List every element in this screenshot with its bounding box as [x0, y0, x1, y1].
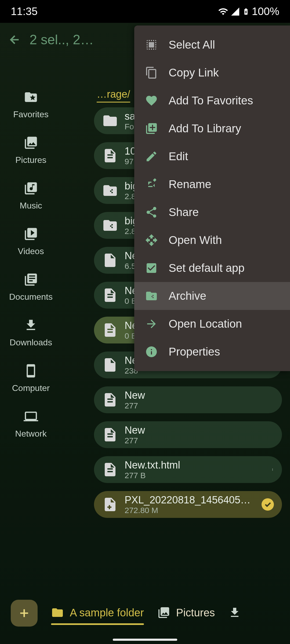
wifi-icon [218, 6, 228, 17]
menu-item-copy-link[interactable]: Copy Link [134, 59, 290, 87]
bottom-bar: A sample folder Pictures [0, 596, 290, 631]
download-icon [24, 318, 38, 334]
status-bar: 11:35 100% [0, 0, 290, 23]
file-name: PXL_20220818_145640540.m… [125, 494, 255, 506]
menu-item-label: Properties [169, 345, 220, 358]
file-item[interactable]: New.txt.html277 B [94, 456, 282, 483]
svg-point-0 [272, 469, 273, 469]
file-name: New [125, 390, 274, 401]
bottom-tab-label: Pictures [176, 607, 215, 619]
sidebar-item-label: Computer [12, 383, 50, 393]
menu-item-set-default[interactable]: Set default app [134, 254, 290, 282]
sidebar-item-label: Documents [9, 292, 53, 302]
file-item[interactable]: New277 [94, 421, 282, 448]
share-icon [145, 206, 158, 219]
menu-item-label: Open With [169, 234, 222, 247]
menu-item-label: Open Location [169, 317, 242, 330]
file-size: 277 B [125, 471, 265, 480]
sidebar-item-music[interactable]: Music [0, 181, 62, 211]
archive-folder-icon [102, 182, 118, 199]
file-name: New [125, 425, 274, 436]
menu-item-label: Add To Library [169, 122, 241, 135]
menu-item-label: Copy Link [169, 66, 219, 79]
archive-icon [145, 290, 158, 302]
menu-item-label: Add To Favorites [169, 94, 253, 107]
menu-item-edit[interactable]: Edit [134, 142, 290, 170]
file-size: 277 [125, 436, 274, 445]
svg-point-2 [272, 470, 273, 471]
menu-item-label: Select All [169, 38, 215, 51]
file-size: 272.80 M [125, 506, 255, 515]
videos-icon [24, 227, 38, 242]
sidebar-item-documents[interactable]: Documents [0, 272, 62, 302]
menu-item-share[interactable]: Share [134, 198, 290, 226]
sidebar-item-label: Videos [18, 246, 44, 256]
file-size: 277 [125, 401, 274, 410]
menu-item-open-with[interactable]: Open With [134, 226, 290, 254]
folder-icon [51, 606, 64, 619]
arrow-right-icon [145, 317, 158, 330]
menu-item-select-all[interactable]: Select All [134, 31, 290, 59]
menu-item-rename[interactable]: Rename [134, 170, 290, 198]
breadcrumb[interactable]: …rage/ [97, 89, 130, 103]
sidebar-item-network[interactable]: Network [0, 409, 62, 439]
document-icon [102, 462, 118, 478]
menu-item-open-location[interactable]: Open Location [134, 310, 290, 338]
heart-icon [145, 94, 158, 107]
edit-icon [145, 150, 158, 163]
bottom-tab-folder[interactable]: A sample folder [51, 606, 144, 620]
file-item[interactable]: New277 [94, 386, 282, 413]
sidebar-item-label: Music [20, 201, 42, 211]
checkbox-icon [145, 262, 158, 275]
file-item[interactable]: PXL_20220818_145640540.m…272.80 M [94, 491, 282, 518]
info-icon [145, 345, 158, 358]
menu-item-label: Set default app [169, 262, 245, 275]
svg-point-1 [272, 469, 273, 470]
video-file-icon [102, 496, 118, 513]
open-with-icon [145, 234, 158, 247]
nav-handle[interactable] [113, 639, 177, 641]
file-icon [102, 357, 118, 373]
battery-icon [242, 6, 250, 17]
pictures-icon [24, 136, 38, 151]
context-menu: Select All Copy Link Add To Favorites Ad… [134, 25, 290, 371]
more-icon[interactable] [271, 464, 274, 475]
bottom-tab-pictures[interactable]: Pictures [157, 606, 215, 620]
menu-item-properties[interactable]: Properties [134, 338, 290, 366]
sidebar-item-label: Downloads [10, 338, 52, 347]
file-icon [102, 252, 118, 268]
document-icon [102, 427, 118, 443]
sidebar-item-label: Network [15, 429, 46, 439]
documents-icon [24, 272, 38, 288]
menu-item-add-library[interactable]: Add To Library [134, 115, 290, 142]
bottom-tab-download[interactable] [228, 606, 241, 620]
pictures-icon [157, 606, 170, 619]
sidebar-item-videos[interactable]: Videos [0, 227, 62, 256]
signal-icon [230, 7, 240, 16]
document-icon [102, 148, 118, 164]
sidebar-item-label: Pictures [15, 155, 46, 165]
phone-icon [24, 364, 38, 379]
menu-item-add-favorites[interactable]: Add To Favorites [134, 87, 290, 115]
star-folder-icon [24, 90, 38, 105]
selected-check-icon [262, 498, 274, 511]
status-time: 11:35 [11, 5, 38, 17]
document-icon [102, 322, 118, 338]
copy-icon [145, 66, 158, 79]
document-icon [102, 287, 118, 303]
menu-item-label: Archive [169, 290, 206, 302]
sidebar-item-label: Favorites [13, 109, 49, 119]
select-all-icon [145, 38, 158, 51]
battery-percent: 100% [252, 5, 279, 17]
menu-item-label: Share [169, 206, 199, 219]
library-add-icon [145, 122, 158, 135]
sidebar-item-downloads[interactable]: Downloads [0, 318, 62, 347]
sidebar-item-favorites[interactable]: Favorites [0, 90, 62, 119]
fab-add-button[interactable] [11, 600, 38, 627]
menu-item-archive[interactable]: Archive [134, 282, 290, 310]
sidebar-item-pictures[interactable]: Pictures [0, 136, 62, 165]
menu-item-label: Rename [169, 178, 211, 191]
file-name: New.txt.html [125, 459, 265, 471]
sidebar-item-computer[interactable]: Computer [0, 364, 62, 393]
archive-folder-icon [102, 217, 118, 233]
